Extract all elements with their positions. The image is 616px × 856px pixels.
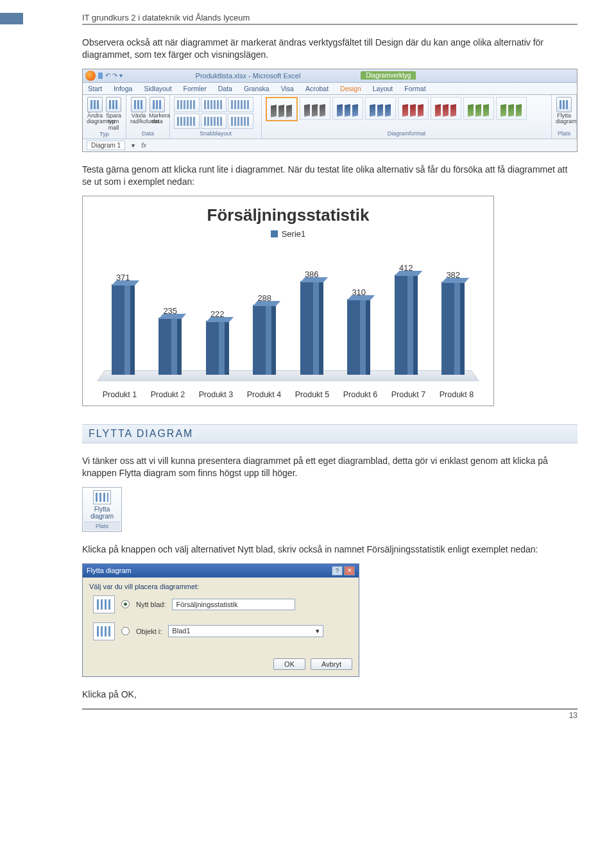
chart-styles[interactable] [266, 97, 547, 121]
category-label: Produkt 7 [391, 390, 427, 399]
close-icon[interactable]: ✕ [344, 566, 355, 576]
dialog-prompt: Välj var du vill placera diagrammet: [89, 583, 352, 590]
bar-pillar [206, 321, 229, 375]
window-title: Produktlista.xlsx - Microsoft Excel [196, 72, 301, 80]
bar-col: 412 [395, 263, 418, 375]
object-in-select[interactable]: Blad1▾ [168, 625, 323, 637]
bar-col: 288 [253, 293, 276, 375]
chart-legend: Serie1 [96, 229, 481, 239]
bar-pillar [112, 284, 135, 374]
tab-data[interactable]: Data [218, 85, 232, 92]
chart-title: Försäljningsstatistik [96, 205, 481, 225]
paragraph-1: Observera också att när diagrammet är ma… [82, 37, 578, 61]
bar-col: 382 [441, 270, 465, 374]
tab-sidlayout[interactable]: Sidlayout [144, 85, 171, 92]
paragraph-4: Klicka på knappen och välj alternativet … [82, 544, 578, 556]
bar-pillar [253, 305, 276, 375]
help-icon[interactable]: ? [332, 566, 343, 576]
move-chart-button[interactable]: Flytta diagram [556, 97, 572, 125]
tab-format[interactable]: Format [404, 85, 425, 92]
chart-example: Försäljningsstatistik Serie1 37123522228… [82, 196, 494, 406]
group-plats: Plats [556, 130, 572, 137]
tab-layout[interactable]: Layout [373, 85, 393, 92]
ribbon-tabs: Start Infoga Sidlayout Formler Data Gran… [83, 83, 577, 95]
category-label: Produkt 4 [246, 390, 282, 399]
header-accent [0, 13, 23, 24]
radio-object-in[interactable] [121, 627, 130, 635]
context-tab: Diagramverktyg [361, 71, 416, 80]
bar-pillar [158, 318, 182, 375]
ok-button[interactable]: OK [273, 658, 305, 670]
chevron-down-icon: ▾ [316, 627, 320, 635]
legend-swatch-icon [271, 230, 278, 237]
fx-icon[interactable]: fx [141, 142, 146, 149]
bar-col: 310 [347, 287, 370, 374]
tab-infoga[interactable]: Infoga [114, 85, 132, 92]
category-label: Produkt 1 [102, 390, 138, 399]
page-header: IT grundkurs 2 i datateknik vid Ålands l… [82, 13, 578, 25]
bar-col: 386 [300, 270, 323, 375]
tab-acrobat[interactable]: Acrobat [305, 85, 329, 92]
category-label: Produkt 8 [439, 390, 475, 399]
chart-icon [93, 490, 111, 504]
section-heading-flytta: FLYTTA DIAGRAM [82, 424, 578, 443]
label-new-sheet: Nytt blad: [136, 601, 166, 608]
dropdown-icon[interactable]: ▾ [132, 142, 135, 149]
paragraph-5: Klicka på OK, [82, 689, 578, 701]
object-in-thumb-icon [93, 622, 115, 640]
switch-row-col-button[interactable]: Växla rad/kolumn [130, 97, 147, 125]
radio-new-sheet[interactable] [121, 600, 130, 608]
flytta-diagram-button[interactable]: Flytta diagram Plats [82, 487, 122, 532]
group-typ: Typ [87, 131, 122, 137]
category-label: Produkt 6 [343, 390, 379, 399]
tab-formler[interactable]: Formler [184, 85, 207, 92]
bar-pillar [395, 275, 418, 375]
category-label: Produkt 3 [198, 390, 234, 399]
new-sheet-name-input[interactable]: Försäljningsstatistik [172, 599, 295, 610]
paragraph-3: Vi tänker oss att vi vill kunna presente… [82, 455, 578, 479]
group-diagramformat: Diagramformat [266, 130, 547, 137]
change-chart-type-button[interactable]: Ändra diagramtyp [87, 97, 103, 125]
new-sheet-thumb-icon [93, 595, 115, 613]
quick-layouts[interactable] [174, 97, 257, 129]
office-button-icon[interactable] [85, 71, 96, 81]
move-chart-dialog: Flytta diagram ? ✕ Välj var du vill plac… [82, 563, 359, 677]
bar-pillar [347, 299, 370, 374]
dialog-title: Flytta diagram [87, 567, 132, 574]
bar-pillar [441, 282, 465, 374]
name-box[interactable]: Diagram 1 [87, 141, 125, 150]
group-snabblayout: Snabblayout [174, 130, 257, 137]
tab-start[interactable]: Start [88, 85, 102, 92]
bar-col: 371 [112, 273, 135, 374]
tab-design[interactable]: Design [340, 85, 361, 92]
label-object-in: Objekt i: [136, 628, 162, 635]
qat-save-icon[interactable] [98, 73, 103, 79]
bar-pillar [300, 281, 323, 375]
bar-col: 222 [206, 309, 229, 375]
cancel-button[interactable]: Avbryt [311, 658, 352, 670]
save-template-button[interactable]: Spara som mall [105, 97, 122, 131]
category-label: Produkt 5 [295, 390, 330, 399]
group-data: Data [130, 130, 166, 137]
paragraph-2: Testa gärna genom att klicka runt lite i… [82, 164, 578, 188]
group-plats-label: Plats [84, 522, 120, 530]
bar-col: 235 [158, 306, 182, 375]
tab-visa[interactable]: Visa [281, 85, 294, 92]
select-data-button[interactable]: Markera data [149, 97, 166, 125]
tab-granska[interactable]: Granska [244, 85, 270, 92]
page-number: 13 [569, 711, 578, 720]
excel-ribbon: ↶ ↷ ▾ Produktlista.xlsx - Microsoft Exce… [82, 69, 578, 152]
category-label: Produkt 2 [150, 390, 186, 399]
